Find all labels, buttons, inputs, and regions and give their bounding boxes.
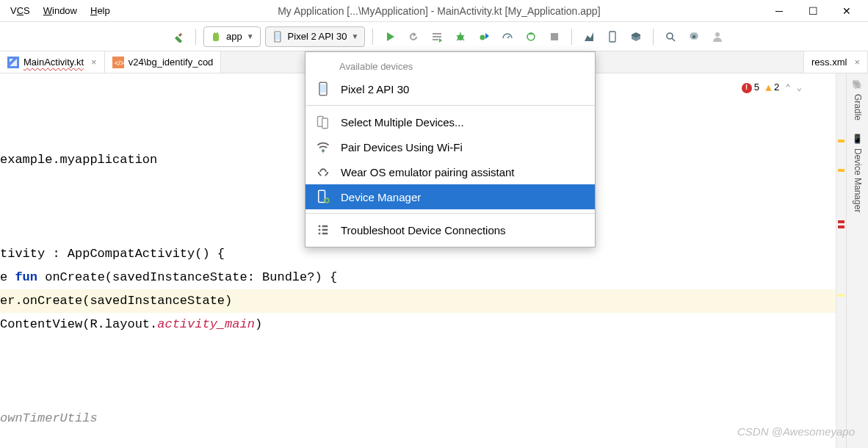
menu-item-pair-wifi[interactable]: + Pair Devices Using Wi-Fi xyxy=(305,134,595,159)
link-icon xyxy=(316,166,330,178)
error-mark[interactable] xyxy=(838,225,845,228)
svg-rect-29 xyxy=(322,229,328,231)
menu-item-label: Pair Devices Using Wi-Fi xyxy=(341,141,463,153)
menu-window[interactable]: Window xyxy=(37,2,83,19)
separator xyxy=(372,29,373,45)
minimize-button[interactable]: ─ xyxy=(762,0,796,22)
chevron-down-icon: ▼ xyxy=(352,32,359,40)
menubar: VCS Window Help xyxy=(4,2,116,19)
settings-button[interactable] xyxy=(684,27,704,46)
svg-point-8 xyxy=(480,35,485,40)
svg-rect-26 xyxy=(319,225,321,228)
maximize-button[interactable]: ☐ xyxy=(796,0,830,22)
search-button[interactable] xyxy=(661,27,680,46)
menu-header: Available devices xyxy=(305,57,595,76)
menu-separator xyxy=(305,105,595,106)
menu-item-wear-os[interactable]: Wear OS emulator pairing assistant xyxy=(305,159,595,184)
list-icon xyxy=(316,224,330,236)
warning-mark[interactable] xyxy=(838,169,845,172)
error-count[interactable]: !5 xyxy=(742,76,760,100)
phone-icon xyxy=(316,83,330,95)
device-selector[interactable]: Pixel 2 API 30 ▼ xyxy=(265,26,366,47)
run-config-selector[interactable]: app ▼ xyxy=(203,26,261,47)
stop-button[interactable] xyxy=(545,27,564,46)
close-icon[interactable]: × xyxy=(854,57,860,68)
rerun-button[interactable] xyxy=(404,27,423,46)
separator xyxy=(653,29,654,45)
menu-item-label: Select Multiple Devices... xyxy=(341,116,464,129)
phone-gear-icon xyxy=(316,191,330,203)
menu-item-pixel2[interactable]: Pixel 2 API 30 xyxy=(305,76,595,101)
separator xyxy=(195,29,196,45)
tab-ress-xml[interactable]: ress.xml × xyxy=(803,51,868,73)
wifi-icon: + xyxy=(316,141,330,153)
menu-item-label: Pixel 2 API 30 xyxy=(341,83,409,95)
debug-button[interactable] xyxy=(451,27,470,46)
menu-separator xyxy=(305,213,595,214)
close-button[interactable]: ✕ xyxy=(830,0,864,22)
highlight-mark[interactable] xyxy=(838,294,845,297)
tab-label: ress.xml xyxy=(811,57,847,68)
device-manager-tool-button[interactable]: 📱Device Manager xyxy=(852,134,863,212)
svg-rect-28 xyxy=(319,229,321,231)
chevron-down-icon: ▼ xyxy=(247,32,254,40)
build-button[interactable] xyxy=(169,27,188,46)
svg-rect-21 xyxy=(322,118,328,129)
svg-rect-10 xyxy=(551,33,558,40)
gradle-tool-button[interactable]: 🐘Gradle xyxy=(852,79,863,120)
svg-point-0 xyxy=(214,32,215,34)
tab-mainactivity[interactable]: MainActivity.kt × xyxy=(0,51,105,73)
svg-rect-3 xyxy=(275,33,280,40)
tab-label: v24\bg_identify_cod xyxy=(129,57,214,68)
attach-debugger-button[interactable] xyxy=(474,27,493,46)
warning-mark[interactable] xyxy=(838,140,845,142)
svg-rect-5 xyxy=(433,36,441,37)
code-line: example.myapplication xyxy=(0,153,157,167)
svg-text:</>: </> xyxy=(115,59,124,67)
warning-count[interactable]: ▲2 xyxy=(765,76,779,100)
chevron-down-icon[interactable]: ⌄ xyxy=(797,76,802,100)
svg-text:+: + xyxy=(322,148,325,154)
profiler-button[interactable] xyxy=(498,27,517,46)
svg-point-7 xyxy=(457,35,463,40)
menu-help[interactable]: Help xyxy=(84,2,116,19)
sdk-button[interactable] xyxy=(626,27,645,46)
error-mark[interactable] xyxy=(838,220,845,223)
svg-point-12 xyxy=(667,33,673,39)
code-line: tivity : AppCompatActivity() { xyxy=(0,247,225,261)
svg-rect-27 xyxy=(322,225,328,228)
menu-item-troubleshoot[interactable]: Troubleshoot Device Connections xyxy=(305,217,595,242)
code-line: er.onCreate(savedInstanceState) xyxy=(0,294,232,308)
svg-rect-4 xyxy=(433,33,441,35)
avd-button[interactable] xyxy=(603,27,622,46)
run-config-label: app xyxy=(226,31,242,42)
menu-item-device-manager[interactable]: Device Manager xyxy=(305,184,595,209)
coverage-button[interactable] xyxy=(427,27,446,46)
device-dropdown-menu: Available devices Pixel 2 API 30 Select … xyxy=(305,51,596,248)
inspection-widget[interactable]: !5 ▲2 ⌃ ⌄ xyxy=(742,76,803,100)
account-button[interactable] xyxy=(708,27,727,46)
menu-vcs[interactable]: VCS xyxy=(4,2,36,19)
xml-file-icon: </> xyxy=(112,57,124,68)
code-line: ContentView(R.layout.activity_main) xyxy=(0,317,262,331)
right-tool-rail: 🐘Gradle 📱Device Manager xyxy=(846,73,868,448)
chevron-up-icon[interactable]: ⌃ xyxy=(786,76,791,100)
run-button[interactable] xyxy=(380,27,399,46)
menu-item-label: Device Manager xyxy=(341,191,421,203)
svg-point-1 xyxy=(217,32,218,34)
kotlin-file-icon xyxy=(7,57,19,68)
toolbar: app ▼ Pixel 2 API 30 ▼ xyxy=(0,22,868,51)
svg-rect-30 xyxy=(319,233,321,235)
sync-button[interactable] xyxy=(579,27,598,46)
svg-rect-6 xyxy=(433,39,438,40)
menu-item-select-multiple[interactable]: Select Multiple Devices... xyxy=(305,109,595,134)
svg-rect-19 xyxy=(320,84,326,93)
tab-bg-identify[interactable]: </> v24\bg_identify_cod xyxy=(105,51,222,73)
close-icon[interactable]: × xyxy=(91,57,97,68)
error-stripe[interactable] xyxy=(836,73,846,448)
titlebar: VCS Window Help My Application [...\MyAp… xyxy=(0,0,868,22)
menu-item-label: Troubleshoot Device Connections xyxy=(341,224,506,236)
apply-changes-button[interactable] xyxy=(521,27,540,46)
svg-point-14 xyxy=(715,32,720,37)
code-line: e fun onCreate(savedInstanceState: Bundl… xyxy=(0,270,337,284)
